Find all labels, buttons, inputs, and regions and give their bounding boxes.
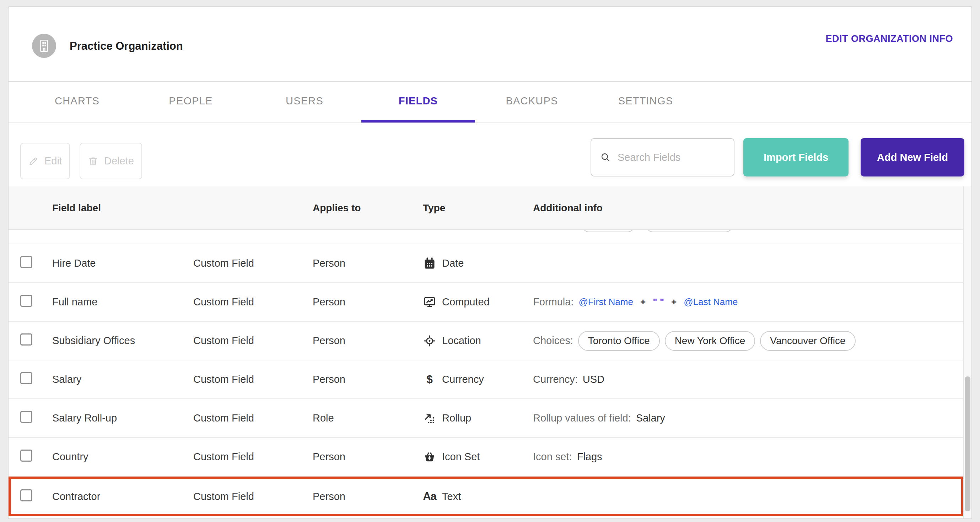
rollup-label: Rollup values of field: [533, 412, 631, 424]
tab-charts[interactable]: CHARTS [20, 82, 134, 122]
table-header-row: Field label Applies to Type Additional i… [8, 186, 964, 230]
iconset-icon [423, 451, 436, 463]
field-kind: Custom Field [193, 491, 313, 503]
applies-to: Person [313, 374, 423, 385]
row-checkbox[interactable] [20, 489, 32, 501]
type-label: Date [442, 257, 464, 269]
formula-operator: + [671, 297, 676, 308]
tab-people[interactable]: PEOPLE [134, 82, 248, 122]
edit-button[interactable]: Edit [20, 143, 70, 179]
tab-settings[interactable]: SETTINGS [589, 82, 703, 122]
type-label: Text [442, 491, 461, 503]
search-field-wrap [590, 138, 735, 176]
text-icon: Aa [423, 490, 436, 503]
partially-scrolled-row [8, 230, 964, 244]
fields-table: Field label Applies to Type Additional i… [8, 186, 972, 519]
type-label: Rollup [442, 412, 471, 424]
row-checkbox[interactable] [20, 449, 32, 462]
field-kind: Custom Field [193, 257, 313, 269]
row-checkbox[interactable] [20, 372, 32, 384]
rollup-icon [423, 412, 436, 425]
edit-button-label: Edit [45, 155, 62, 167]
type-label: Currency [442, 374, 484, 385]
applies-to: Person [313, 296, 423, 308]
edit-organization-info-link[interactable]: EDIT ORGANIZATION INFO [826, 33, 953, 44]
row-checkbox[interactable] [20, 411, 32, 423]
tab-fields[interactable]: FIELDS [361, 82, 475, 122]
currency-icon: $ [423, 373, 436, 386]
additional-info-cell: Choices: Toronto Office New York Office … [533, 331, 964, 351]
field-label: Subsidiary Offices [52, 335, 193, 347]
row-checkbox[interactable] [20, 256, 32, 268]
delete-button[interactable]: Delete [80, 143, 142, 179]
type-label: Location [442, 335, 481, 347]
calendar-icon [423, 257, 436, 270]
additional-info-cell: Rollup values of field: Salary [533, 412, 964, 424]
column-header-field-label: Field label [52, 202, 193, 214]
table-row-salary-roll-up[interactable]: Salary Roll-up Custom Field Role Rol [8, 399, 964, 438]
additional-info-cell: Icon set: Flags [533, 451, 964, 463]
table-row-hire-date[interactable]: Hire Date Custom Field Person Date [8, 244, 964, 283]
field-kind: Custom Field [193, 374, 313, 385]
type-label: Icon Set [442, 451, 480, 463]
field-label: Salary [52, 374, 193, 385]
rollup-value: Salary [636, 412, 665, 424]
add-new-field-button[interactable]: Add New Field [861, 138, 964, 176]
column-header-applies-to: Applies to [313, 202, 423, 214]
field-label: Country [52, 451, 193, 463]
formula-token-last-name: @Last Name [684, 297, 738, 308]
pencil-icon [28, 156, 39, 167]
field-label: Salary Roll-up [52, 412, 193, 424]
row-checkbox[interactable] [20, 333, 32, 346]
partial-pill [582, 230, 635, 232]
delete-button-label: Delete [104, 155, 134, 167]
vertical-scrollbar[interactable] [963, 186, 972, 519]
import-fields-button[interactable]: Import Fields [743, 138, 848, 176]
column-header-additional-info: Additional info [533, 202, 964, 214]
iconset-value: Flags [577, 451, 602, 463]
trash-icon [88, 156, 99, 167]
building-icon [37, 38, 51, 53]
formula-token-first-name: @First Name [579, 297, 633, 308]
field-label: Contractor [52, 491, 193, 503]
iconset-label: Icon set: [533, 451, 572, 463]
choice-pill: Toronto Office [578, 331, 660, 351]
choice-pill: Vancouver Office [760, 331, 855, 351]
choice-pill: New York Office [665, 331, 756, 351]
org-avatar [32, 34, 56, 58]
additional-info-cell: Currency: USD [533, 374, 964, 385]
formula-quote: " " [653, 297, 664, 308]
choices-label: Choices: [533, 335, 573, 347]
location-icon [423, 335, 436, 347]
field-kind: Custom Field [193, 335, 313, 347]
search-input[interactable] [617, 139, 757, 176]
computed-icon [423, 296, 436, 309]
column-header-type: Type [423, 202, 533, 214]
field-label: Full name [52, 296, 193, 308]
applies-to: Person [313, 451, 423, 463]
field-kind: Custom Field [193, 412, 313, 424]
partial-pill [646, 230, 733, 232]
applies-to: Person [313, 257, 423, 269]
table-row-country[interactable]: Country Custom Field Person Icon Set Ico… [8, 438, 964, 476]
type-label: Computed [442, 296, 490, 308]
table-row-subsidiary-offices[interactable]: Subsidiary Offices Custom Field Person L… [8, 322, 964, 360]
row-checkbox[interactable] [20, 295, 32, 307]
tab-users[interactable]: USERS [248, 82, 361, 122]
table-row-contractor[interactable]: Contractor Custom Field Person Aa Text [8, 476, 964, 516]
org-header: Practice Organization EDIT ORGANIZATION … [8, 7, 972, 82]
formula-operator: + [640, 297, 646, 308]
applies-to: Person [313, 335, 423, 347]
applies-to: Role [313, 412, 423, 424]
table-row-full-name[interactable]: Full name Custom Field Person Computed F… [8, 283, 964, 322]
currency-label: Currency: [533, 374, 578, 385]
scrollbar-thumb[interactable] [965, 376, 970, 511]
page-title: Practice Organization [70, 40, 183, 52]
fields-toolbar: Edit Delete Import Fields Add New Field [8, 123, 972, 186]
tab-backups[interactable]: BACKUPS [475, 82, 589, 122]
table-row-salary[interactable]: Salary Custom Field Person $ Currency Cu… [8, 360, 964, 399]
field-label: Hire Date [52, 257, 193, 269]
field-kind: Custom Field [193, 296, 313, 308]
field-kind: Custom Field [193, 451, 313, 463]
applies-to: Person [313, 491, 423, 503]
